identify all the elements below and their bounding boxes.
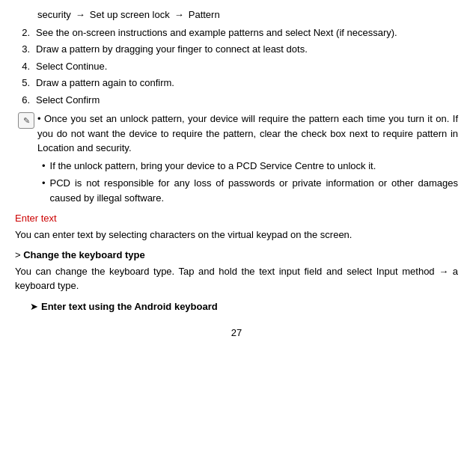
list-item-5: 5. Draw a pattern again to confirm.	[15, 76, 458, 91]
top-line: security → Set up screen lock → Pattern	[15, 7, 458, 22]
arrow2-icon: →	[174, 7, 184, 22]
list-content-4: Select Continue.	[36, 59, 458, 74]
top-line-part2: Set up screen lock	[90, 7, 170, 22]
list-item-2: 2. See the on-screen instructions and ex…	[15, 25, 458, 40]
note-icon: ✎	[18, 112, 34, 129]
list-content-2: See the on-screen instructions and examp…	[36, 25, 458, 40]
page-number: 27	[15, 326, 458, 341]
numbered-list: 2. See the on-screen instructions and ex…	[15, 25, 458, 108]
list-content-5: Draw a pattern again to confirm.	[36, 76, 458, 91]
bullet-text-2: PCD is not responsible for any loss of p…	[50, 176, 458, 205]
bullet-line-1: • If the unlock pattern, bring your devi…	[42, 159, 458, 174]
bullet-block: • If the unlock pattern, bring your devi…	[18, 159, 458, 206]
enter-text-section: Enter text You can enter text by selecti…	[15, 211, 458, 242]
arrow1-icon: →	[76, 7, 85, 22]
top-line-part1: security	[37, 7, 71, 22]
bullet-dot-2: •	[42, 176, 46, 191]
bullet-text-1: If the unlock pattern, bring your device…	[50, 159, 458, 174]
enter-text-heading: Enter text	[15, 211, 458, 226]
list-content-6: Select Confirm	[36, 93, 458, 108]
note-block: ✎ • Once you set an unlock pattern, your…	[15, 112, 458, 205]
list-content-3: Draw a pattern by dragging your finger t…	[36, 42, 458, 57]
change-keyboard-heading-text: Change the keyboard type	[23, 249, 145, 260]
change-keyboard-paragraph: You can change the keyboard type. Tap an…	[15, 264, 458, 293]
enter-android-heading: Enter text using the Android keyboard	[41, 299, 218, 314]
change-keyboard-section: > Change the keyboard type You can chang…	[15, 248, 458, 293]
list-num-5: 5.	[15, 76, 36, 91]
content-area: security → Set up screen lock → Pattern …	[15, 7, 458, 341]
list-item-3: 3. Draw a pattern by dragging your finge…	[15, 42, 458, 57]
list-num-6: 6.	[15, 93, 36, 108]
list-num-4: 4.	[15, 59, 36, 74]
list-item-4: 4. Select Continue.	[15, 59, 458, 74]
enter-android-section: ➤ Enter text using the Android keyboard	[15, 299, 458, 314]
top-line-part3: Pattern	[189, 7, 220, 22]
heading-prefix: >	[15, 249, 23, 260]
change-keyboard-heading: > Change the keyboard type	[15, 248, 458, 263]
bullet-dot-1: •	[42, 159, 46, 174]
note-icon-line: ✎ • Once you set an unlock pattern, your…	[18, 112, 458, 156]
bullet-line-2: • PCD is not responsible for any loss of…	[42, 176, 458, 205]
arrow-right-icon: ➤	[30, 299, 38, 314]
note-main-text: • Once you set an unlock pattern, your d…	[37, 112, 458, 156]
list-num-2: 2.	[15, 25, 36, 40]
enter-text-paragraph: You can enter text by selecting characte…	[15, 228, 458, 242]
note-icon-symbol: ✎	[23, 115, 30, 127]
list-item-6: 6. Select Confirm	[15, 93, 458, 108]
list-num-3: 3.	[15, 42, 36, 57]
